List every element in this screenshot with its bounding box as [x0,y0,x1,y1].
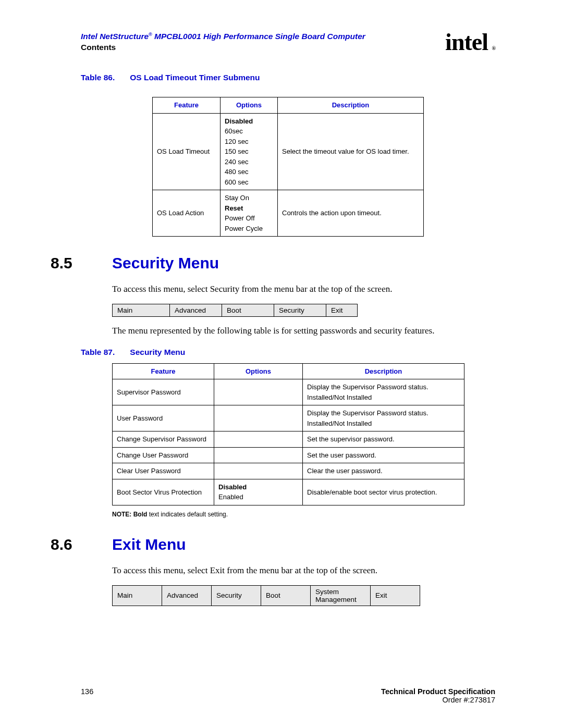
cell-options: Stay On Reset Power Off Power Cycle [221,190,278,237]
table86-num: Table 86. [81,73,128,82]
footer-order: Order #:273817 [381,696,495,704]
table87-caption: Table 87. Security Menu [81,348,495,357]
para-security-intro: To access this menu, select Security fro… [112,283,495,295]
cell-feature: Change User Password [113,447,214,463]
os-load-table: Feature Options Description OS Load Time… [152,97,424,237]
header-text-block: Intel NetStructure® MPCBL0001 High Perfo… [81,31,365,53]
col-options: Options [214,363,303,379]
cell-desc: Select the timeout value for OS load tim… [278,113,424,190]
cell-feature: OS Load Timeout [153,113,221,190]
cell-desc: Clear the user password. [303,463,464,479]
section-85-heading: 8.5 Security Menu [51,254,495,272]
table-header-row: Feature Options Description [113,363,464,379]
menubar-item: Security [274,304,326,316]
table-row: User Password Display the Supervisor Pas… [113,405,464,431]
col-feature: Feature [113,363,214,379]
menubar-item: Exit [371,585,420,606]
para-security-desc: The menu represented by the following ta… [112,325,495,337]
opt: Power Cycle [225,225,263,232]
cell-options [214,379,303,405]
menubar-exit: Main Advanced Security Boot System Manag… [112,585,420,606]
cell-feature: Supervisor Password [113,379,214,405]
table86-caption: Table 86. OS Load Timeout Timer Submenu [81,73,495,82]
section-num: 8.5 [51,254,112,272]
cell-options: Disabled 60sec 120 sec 150 sec 240 sec 4… [221,113,278,190]
table-row: Supervisor Password Display the Supervis… [113,379,464,405]
cell-desc: Display the Supervisor Password status. … [303,405,464,431]
col-description: Description [278,97,424,114]
doc-title-post: MPCBL0001 High Performance Single Board … [152,32,365,41]
cell-feature: Clear User Password [113,463,214,479]
table-row: OS Load Timeout Disabled 60sec 120 sec 1… [153,113,424,190]
para-exit-intro: To access this menu, select Exit from th… [112,565,495,577]
menubar-row: Main Advanced Security Boot System Manag… [113,585,420,606]
cell-options [214,431,303,448]
cell-feature: User Password [113,405,214,431]
doc-title: Intel NetStructure® MPCBL0001 High Perfo… [81,32,365,41]
menubar-item: Advanced [162,585,212,606]
opt: Stay On [225,194,249,202]
cell-options [214,405,303,431]
page-header: Intel NetStructure® MPCBL0001 High Perfo… [81,31,495,53]
page-number: 136 [81,687,93,696]
opt: Disabled [218,483,247,491]
opt: Enabled [218,493,243,501]
opt: 120 sec [225,138,249,145]
doc-title-pre: Intel NetStructure [81,32,149,41]
menubar-item: System Management [311,585,371,606]
cell-desc: Set the supervisor password. [303,431,464,448]
intel-logo-text: intel [445,29,488,55]
footer-tps: Technical Product Specification [381,687,495,696]
note-rest: text indicates default setting. [147,511,228,518]
opt: 600 sec [225,178,249,186]
table87-num: Table 87. [81,348,128,357]
cell-desc: Controls the action upon timeout. [278,190,424,237]
table-header-row: Feature Options Description [153,97,424,114]
col-options: Options [221,97,278,114]
cell-options [214,447,303,463]
cell-desc: Set the user password. [303,447,464,463]
opt: 150 sec [225,147,249,155]
doc-subtitle: Contents [81,43,116,52]
table87-title: Security Menu [130,348,185,356]
opt: 480 sec [225,168,249,176]
menubar-item: Main [113,585,162,606]
cell-desc: Disable/enable boot sector virus protect… [303,479,464,505]
opt: Reset [225,204,243,212]
col-feature: Feature [153,97,221,114]
col-description: Description [303,363,464,379]
cell-feature: Boot Sector Virus Protection [113,479,214,505]
menubar-item: Boot [261,585,311,606]
menubar-item: Security [212,585,261,606]
menubar-item: Boot [222,304,274,316]
cell-desc: Display the Supervisor Password status. … [303,379,464,405]
opt: 240 sec [225,158,249,166]
cell-options: Disabled Enabled [214,479,303,505]
opt: Disabled [225,117,253,125]
table-row: Clear User Password Clear the user passw… [113,463,464,479]
cell-feature: OS Load Action [153,190,221,237]
section-title: Security Menu [112,254,219,272]
section-num: 8.6 [51,536,112,553]
security-menu-table: Feature Options Description Supervisor P… [112,363,464,505]
intel-reg: ® [492,46,495,51]
menubar-item: Main [113,304,170,316]
footer-right: Technical Product Specification Order #:… [381,687,495,704]
table87-note: NOTE: Bold text indicates default settin… [112,511,495,518]
cell-options [214,463,303,479]
menubar-item: Exit [326,304,358,316]
opt: 60sec [225,127,243,135]
menubar-item: Advanced [170,304,222,316]
menubar-row: Main Advanced Boot Security Exit [113,304,358,316]
note-bold: NOTE: Bold [112,511,147,518]
opt: Power Off [225,214,255,222]
table-row: OS Load Action Stay On Reset Power Off P… [153,190,424,237]
cell-feature: Change Supervisor Password [113,431,214,448]
section-title: Exit Menu [112,536,186,553]
table-row: Boot Sector Virus Protection Disabled En… [113,479,464,505]
section-86-heading: 8.6 Exit Menu [51,536,495,553]
reg-mark: ® [149,32,152,37]
table-row: Change Supervisor Password Set the super… [113,431,464,448]
intel-logo: intel® [445,31,495,53]
table-row: Change User Password Set the user passwo… [113,447,464,463]
